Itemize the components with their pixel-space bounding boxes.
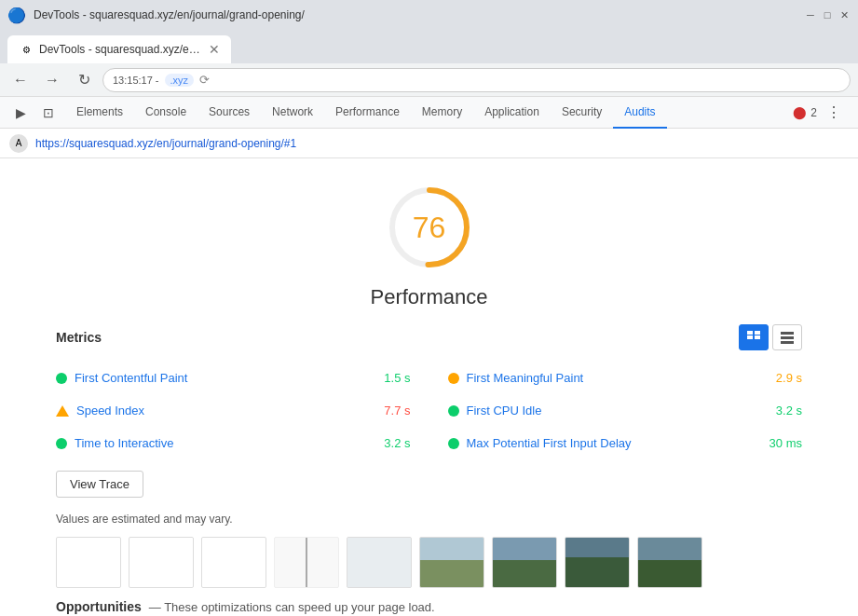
thumbnail-5: [347, 537, 412, 588]
address-bar[interactable]: 13:15:17 - .xyz ⟳: [102, 68, 851, 92]
metric-status-triangle: [56, 405, 69, 417]
svg-rect-6: [781, 332, 794, 335]
svg-rect-5: [755, 335, 760, 339]
metric-name: First CPU Idle: [467, 404, 769, 418]
thumbnail-8: [565, 537, 630, 588]
tab-close-icon[interactable]: ✕: [209, 42, 220, 57]
tab-network[interactable]: Network: [261, 97, 324, 129]
view-trace-button[interactable]: View Trace: [56, 471, 143, 498]
metric-value: 1.5 s: [384, 371, 410, 385]
score-label: Performance: [371, 285, 488, 309]
window-title: DevTools - squaresquad.xyz/en/journal/gr…: [34, 8, 797, 21]
svg-rect-2: [747, 331, 753, 335]
opportunities-header: Opportunities — These optimizations can …: [56, 599, 802, 614]
metric-value: 3.2 s: [776, 404, 802, 418]
devtools-tabs: Elements Console Sources Network Perform…: [65, 97, 793, 129]
metrics-grid-view-button[interactable]: [739, 324, 769, 350]
metric-value: 2.9 s: [776, 371, 802, 385]
tab-favicon: ⚙: [19, 42, 34, 57]
opportunities-section: Opportunities — These optimizations can …: [0, 599, 858, 616]
thumbnail-7: [492, 537, 557, 588]
maximize-button[interactable]: □: [821, 8, 834, 21]
tab-bar: ⚙ DevTools - squaresquad.xyz/en/journal/…: [0, 30, 858, 63]
thumbnail-3: [201, 537, 266, 588]
svg-rect-8: [781, 341, 794, 344]
metrics-grid: First Contentful Paint 1.5 s First Meani…: [56, 365, 802, 456]
devtools-more-button[interactable]: ⋮: [821, 100, 847, 126]
metrics-header: Metrics: [56, 324, 802, 350]
forward-button[interactable]: →: [39, 67, 65, 93]
tab-performance[interactable]: Performance: [324, 97, 411, 129]
main-content: 76 Performance Metrics: [0, 158, 858, 616]
metric-status-dot: [56, 438, 67, 449]
tab-security[interactable]: Security: [551, 97, 613, 129]
title-bar: 🔵 DevTools - squaresquad.xyz/en/journal/…: [0, 0, 858, 30]
thumbnail-4: [274, 537, 339, 588]
metric-max-fid: Max Potential First Input Delay 30 ms: [448, 431, 803, 456]
thumbnail-2: [129, 537, 194, 588]
active-tab[interactable]: ⚙ DevTools - squaresquad.xyz/en/journal/…: [7, 35, 231, 63]
metrics-list-view-button[interactable]: [772, 324, 802, 350]
page-url: https://squaresquad.xyz/en/journal/grand…: [35, 137, 296, 150]
metric-value: 30 ms: [769, 436, 802, 450]
metric-first-cpu-idle: First CPU Idle 3.2 s: [448, 398, 803, 423]
metric-name: First Meaningful Paint: [467, 371, 769, 385]
inspect-element-button[interactable]: ▶: [7, 100, 34, 126]
metric-time-to-interactive: Time to Interactive 3.2 s: [56, 431, 411, 456]
tab-console[interactable]: Console: [134, 97, 197, 129]
thumbnail-1: [56, 537, 121, 588]
metrics-section: Metrics First Contentful: [0, 324, 858, 456]
metric-value: 3.2 s: [384, 436, 410, 450]
error-icon: ⬤: [793, 105, 807, 119]
url-bar-row: A https://squaresquad.xyz/en/journal/gra…: [0, 129, 858, 158]
page-favicon: A: [9, 134, 28, 153]
thumbnail-9: [637, 537, 702, 588]
note-text: Values are estimated and may vary.: [56, 513, 802, 526]
tab-elements[interactable]: Elements: [65, 97, 134, 129]
tab-memory[interactable]: Memory: [411, 97, 473, 129]
error-count: 2: [810, 106, 817, 119]
metric-name: Time to Interactive: [75, 436, 376, 450]
metric-value: 7.7 s: [384, 404, 410, 418]
tab-audits[interactable]: Audits: [613, 97, 666, 129]
minimize-button[interactable]: ─: [804, 8, 817, 21]
refresh-button[interactable]: ↻: [71, 67, 97, 93]
metric-speed-index: Speed Index 7.7 s: [56, 398, 411, 423]
thumbnails-row: [56, 537, 802, 588]
time-display: 13:15:17 -: [113, 75, 159, 86]
window-controls: ─ □ ✕: [804, 8, 851, 21]
svg-rect-7: [781, 336, 794, 339]
reload-icon: ⟳: [199, 73, 210, 87]
score-ring: 76: [383, 181, 476, 274]
browser-toolbar: ← → ↻ 13:15:17 - .xyz ⟳: [0, 63, 858, 97]
close-button[interactable]: ✕: [838, 8, 851, 21]
tab-application[interactable]: Application: [473, 97, 551, 129]
svg-rect-3: [755, 331, 760, 335]
thumbnail-6: [419, 537, 484, 588]
score-section: 76 Performance: [0, 158, 858, 324]
metric-status-dot: [448, 405, 459, 417]
device-toolbar-button[interactable]: ⊡: [35, 100, 61, 126]
metrics-controls: [739, 324, 802, 350]
domain-pill: .xyz: [165, 74, 195, 87]
opportunities-title: Opportunities: [56, 599, 142, 614]
nav-icons: ▶ ⊡: [4, 100, 65, 126]
metric-name: Max Potential First Input Delay: [467, 436, 762, 450]
metrics-title: Metrics: [56, 330, 102, 345]
metric-status-dot: [56, 373, 67, 384]
metric-status-dot: [448, 438, 459, 449]
metric-name: First Contentful Paint: [75, 371, 376, 385]
metric-first-meaningful-paint: First Meaningful Paint 2.9 s: [448, 365, 803, 390]
score-value: 76: [413, 211, 446, 245]
metric-status-dot: [448, 373, 459, 384]
tab-sources[interactable]: Sources: [197, 97, 261, 129]
opportunities-subtitle: — These optimizations can speed up your …: [149, 600, 435, 614]
chrome-icon: 🔵: [7, 7, 26, 24]
back-button[interactable]: ←: [7, 67, 34, 93]
metric-name: Speed Index: [76, 404, 376, 418]
svg-rect-4: [747, 335, 753, 339]
tab-title: DevTools - squaresquad.xyz/en/journal/gr…: [39, 43, 203, 56]
devtools-nav: ▶ ⊡ Elements Console Sources Network Per…: [0, 97, 858, 129]
metric-first-contentful-paint: First Contentful Paint 1.5 s: [56, 365, 411, 390]
